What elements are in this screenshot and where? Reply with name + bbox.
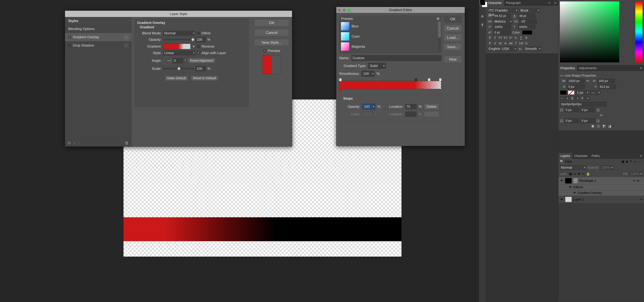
blend-mode-select[interactable]: Normal: [163, 31, 195, 36]
ok-button[interactable]: OK: [254, 19, 289, 26]
drop-shadow-row[interactable]: Drop Shadow +: [65, 41, 132, 50]
opacity-slider[interactable]: [163, 39, 194, 40]
up-arrow-icon[interactable]: ↑: [74, 141, 76, 145]
channels-tab[interactable]: Channels: [572, 153, 590, 159]
pathop-combine-icon[interactable]: ▣: [591, 124, 594, 128]
opacity-stop-88[interactable]: [428, 78, 430, 81]
stylistic-icon[interactable]: st: [498, 41, 502, 45]
angle-input[interactable]: [173, 58, 183, 63]
subscript-icon[interactable]: T₁: [514, 36, 518, 40]
layer-layer1[interactable]: 👁 Layer 1 ⚯: [558, 196, 644, 203]
opacity-stop-right[interactable]: [439, 78, 442, 81]
preset-cyan[interactable]: Cyan: [341, 32, 437, 41]
new-style-button[interactable]: New Style...: [254, 39, 289, 46]
fx-visibility-icon[interactable]: 👁: [569, 185, 572, 189]
filter-toggle-icon[interactable]: ○: [641, 160, 642, 164]
link-icon[interactable]: ⚯: [586, 79, 589, 83]
fractions-icon[interactable]: T: [514, 41, 518, 45]
preview-checkbox[interactable]: [263, 49, 266, 52]
gradient-flyout-icon[interactable]: ▾: [192, 44, 195, 48]
allcaps-icon[interactable]: TT: [498, 36, 502, 40]
align-checkbox[interactable]: [197, 52, 200, 54]
fraction-icon[interactable]: ½: [524, 41, 528, 45]
dither-checkbox[interactable]: [197, 32, 200, 35]
superscript-icon[interactable]: T¹: [508, 36, 513, 40]
stop-opacity-input[interactable]: 100: [362, 104, 375, 109]
corner-tl-input[interactable]: [565, 108, 579, 112]
lock-trans-icon[interactable]: ▦: [569, 172, 572, 176]
oldstyle-icon[interactable]: o: [493, 41, 497, 45]
stroke-corners-select[interactable]: F: [580, 96, 589, 101]
gradient-swatch[interactable]: [163, 44, 190, 49]
reset-default-button[interactable]: Reset to Default: [191, 76, 218, 81]
down-arrow-icon[interactable]: ↓: [78, 141, 80, 145]
ge-save-button[interactable]: Save...: [444, 43, 462, 51]
gradient-overlay-checkbox[interactable]: [68, 36, 71, 39]
layer-effect-gradient-overlay[interactable]: 👁 Gradient Overlay: [558, 190, 644, 196]
corner-br-input[interactable]: [580, 118, 595, 123]
make-default-button[interactable]: Make Default: [165, 76, 188, 81]
cancel-button[interactable]: Cancel: [254, 29, 289, 36]
font-family-select[interactable]: ITC Franklin Got...: [488, 8, 518, 13]
panel-menu-icon[interactable]: ≡: [552, 0, 558, 6]
strikethrough-icon[interactable]: T: [524, 36, 528, 40]
drop-shadow-checkbox[interactable]: [68, 44, 71, 47]
reverse-checkbox[interactable]: [197, 45, 200, 48]
smoothness-input[interactable]: 100: [362, 71, 374, 77]
w-input[interactable]: [568, 79, 585, 83]
filter-kind-icon[interactable]: 🔍: [560, 160, 564, 164]
traffic-min-icon[interactable]: [343, 9, 346, 12]
presets-scrollbar[interactable]: [438, 22, 441, 52]
lock-paint-icon[interactable]: ✎: [574, 172, 576, 176]
vscale-input[interactable]: [494, 25, 511, 29]
stroke-style-select[interactable]: —: [590, 90, 600, 95]
add-drop-shadow-icon[interactable]: +: [124, 43, 128, 47]
visibility-icon-2[interactable]: 👁: [560, 198, 564, 201]
paragraph-icon[interactable]: ¶: [480, 23, 485, 27]
fgbg-swatch-icon[interactable]: [480, 0, 488, 8]
gradient-bar[interactable]: [340, 81, 441, 89]
properties-menu-icon[interactable]: ≡: [638, 65, 644, 71]
corner-bl-input[interactable]: [565, 118, 579, 123]
effect-visibility-icon[interactable]: 👁: [573, 191, 576, 195]
lock-pos-icon[interactable]: ✥: [578, 172, 580, 176]
layers-tab[interactable]: Layers: [558, 153, 572, 159]
ordinal-icon[interactable]: 1st: [519, 41, 523, 45]
stroke-caps-select[interactable]: E: [570, 96, 579, 101]
traffic-max-icon[interactable]: [348, 9, 350, 12]
link-icon-2[interactable]: ⚯: [640, 198, 642, 201]
hue-slider[interactable]: [635, 2, 642, 62]
traffic-close-icon[interactable]: [338, 9, 341, 12]
trash-icon[interactable]: 🗑: [125, 140, 129, 145]
x-input[interactable]: [568, 84, 585, 89]
filter-adjust-icon[interactable]: ◐: [626, 160, 629, 164]
language-select[interactable]: English: USA: [488, 46, 516, 51]
opacity-input[interactable]: [196, 37, 206, 42]
filter-shape-icon[interactable]: ▭: [634, 160, 636, 164]
blend-mode-select-layers[interactable]: Normal: [560, 165, 586, 170]
font-weight-select[interactable]: Book: [520, 8, 540, 13]
text-color-swatch[interactable]: [522, 31, 532, 35]
visibility-icon[interactable]: 👁: [560, 179, 564, 183]
reset-alignment-button[interactable]: Reset Alignment: [188, 58, 216, 63]
name-input[interactable]: [352, 55, 442, 61]
layers-menu-icon[interactable]: ≡: [638, 153, 644, 159]
opacity-midpoint[interactable]: [377, 79, 380, 82]
fill-input[interactable]: 100%: [630, 172, 642, 176]
ordinals-icon[interactable]: ad: [508, 41, 513, 45]
filter-smart-icon[interactable]: ▫: [638, 160, 639, 164]
angle-dial[interactable]: [163, 57, 171, 65]
stop-location1-input[interactable]: [405, 104, 416, 109]
tracking-input[interactable]: [520, 19, 537, 24]
baseline-input[interactable]: [494, 30, 511, 35]
stop-delete1-button[interactable]: Delete: [424, 104, 439, 109]
character-tab[interactable]: Character: [486, 0, 504, 6]
ge-load-button[interactable]: Load...: [444, 34, 462, 41]
opacity-stop-left[interactable]: [339, 78, 342, 81]
antialias-select[interactable]: Smooth: [524, 46, 541, 51]
ge-cancel-button[interactable]: Cancel: [444, 25, 462, 32]
corner-tr-input[interactable]: [580, 108, 595, 112]
styles-header[interactable]: Styles: [65, 17, 132, 25]
ge-ok-button[interactable]: OK: [444, 15, 462, 23]
color-stop-left[interactable]: [339, 89, 342, 92]
